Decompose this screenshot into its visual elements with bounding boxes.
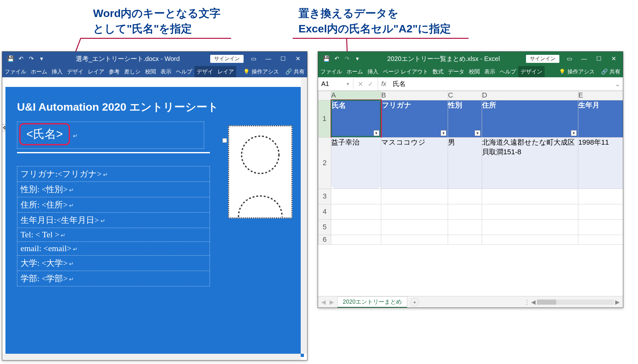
cell-e6[interactable] [578, 235, 623, 244]
tab-insert[interactable]: 挿入 [365, 66, 381, 77]
excel-signin-button[interactable]: サインイン [526, 55, 559, 63]
cell-d6[interactable] [482, 235, 578, 244]
tab-help[interactable]: ヘルプ [497, 66, 518, 77]
tell-me-label[interactable]: 操作アシス [567, 68, 595, 75]
tell-me-icon[interactable]: 💡 [243, 69, 250, 75]
cell-b4[interactable] [381, 204, 448, 219]
cell-a5[interactable] [331, 219, 381, 235]
tab-file[interactable]: ファイル [318, 66, 344, 77]
share-button[interactable]: 🔗 共有 [285, 68, 305, 75]
cell-d4[interactable] [482, 204, 578, 219]
sheet-nav-next-icon[interactable]: ▶ [330, 299, 334, 306]
tab-review[interactable]: 校閲 [467, 66, 482, 77]
sheet-nav-prev-icon[interactable]: ◀ [321, 299, 326, 306]
formula-input[interactable]: 氏名 [390, 80, 612, 88]
save-icon[interactable]: 💾 [7, 55, 14, 62]
tab-home[interactable]: ホーム [344, 66, 365, 77]
tab-design[interactable]: デザイ [65, 66, 86, 77]
header-birthdate[interactable]: 生年月 [578, 100, 623, 137]
horizontal-scroll[interactable]: ⋮ ◀ ▶ [422, 299, 620, 306]
header-address[interactable]: 住所 ▼ [482, 100, 578, 137]
tab-mailings[interactable]: 差しシ [122, 66, 143, 77]
tell-me-label[interactable]: 操作アシス [252, 68, 279, 75]
cell-c2[interactable]: 男 [448, 137, 482, 189]
tab-view[interactable]: 表示 [482, 66, 497, 77]
table-resize-handle[interactable] [222, 138, 227, 143]
tab-table-layout[interactable]: レイア [215, 66, 236, 77]
name-box[interactable]: A1 ▼ [318, 79, 353, 89]
fx-icon[interactable]: fx [378, 80, 390, 88]
close-icon[interactable]: ✕ [606, 52, 621, 66]
tab-page-layout[interactable]: ページ レイアウト [381, 66, 430, 77]
row-header-3[interactable]: 3 [318, 189, 331, 204]
cell-b2[interactable]: マスココウジ [381, 137, 448, 189]
tab-data[interactable]: データ [446, 66, 467, 77]
col-header-a[interactable]: A [331, 91, 381, 100]
maximize-icon[interactable]: ☐ [591, 52, 606, 66]
scroll-thumb[interactable] [537, 300, 556, 305]
field-university[interactable]: 大学: <大学>↵ [17, 256, 210, 271]
col-header-d[interactable]: D [482, 91, 578, 100]
cell-c6[interactable] [448, 235, 482, 244]
field-email[interactable]: email: <email>↵ [17, 242, 210, 256]
cell-c5[interactable] [448, 219, 482, 235]
close-icon[interactable]: ✕ [290, 52, 305, 66]
header-furigana[interactable]: フリガナ ▼ [381, 100, 448, 137]
select-all-button[interactable] [318, 91, 331, 100]
scroll-right-icon[interactable]: ▶ [615, 299, 620, 306]
scroll-track[interactable] [537, 300, 614, 305]
sheet-tab[interactable]: 2020エントリーまとめ [337, 296, 407, 308]
col-header-b[interactable]: B [381, 91, 448, 100]
scroll-left-icon[interactable]: ◀ [531, 299, 536, 306]
cell-a4[interactable] [331, 204, 381, 219]
cell-d5[interactable] [482, 219, 578, 235]
col-header-e[interactable]: E [578, 91, 623, 100]
row-header-2[interactable]: 2 [318, 137, 331, 189]
cell-e5[interactable] [578, 219, 623, 235]
field-birthdate[interactable]: 生年月日:<生年月日>↵ [17, 213, 210, 228]
filter-icon[interactable]: ▼ [374, 130, 379, 136]
vertical-scrollbar[interactable] [301, 77, 307, 354]
excel-grid[interactable]: A B C D E 1 氏名 ▼ フリガナ ▼ 性別 ▼ [318, 91, 623, 296]
share-button[interactable]: 🔗 共有 [601, 68, 620, 75]
cell-d2[interactable]: 北海道久遠郡せたな町大成区貝取澗151-8 [482, 137, 578, 189]
col-header-c[interactable]: C [448, 91, 482, 100]
cell-a2[interactable]: 益子幸治 [331, 137, 381, 189]
filter-icon[interactable]: ▼ [441, 130, 446, 136]
ribbon-display-icon[interactable]: ▭ [246, 52, 261, 66]
horizontal-scrollbar[interactable] [2, 354, 301, 360]
word-signin-button[interactable]: サインイン [210, 55, 244, 63]
tab-insert[interactable]: 挿入 [49, 66, 65, 77]
minimize-icon[interactable]: — [577, 52, 591, 66]
undo-icon[interactable]: ↶ [333, 55, 340, 62]
cell-b3[interactable] [381, 189, 448, 204]
photo-placeholder[interactable] [228, 125, 292, 218]
word-document-area[interactable]: ✥ U&I Automation 2020 エントリーシート <氏名> ↵ フリ… [2, 77, 307, 360]
cell-e3[interactable] [578, 189, 623, 204]
tab-file[interactable]: ファイル [2, 66, 29, 77]
cell-a3[interactable] [331, 189, 381, 204]
word-fields-table[interactable]: フリガナ:<フリガナ>↵ 性別: <性別>↵ 住所: <住所>↵ 生年月日:<生… [17, 166, 210, 286]
cell-e4[interactable] [578, 204, 623, 219]
enter-formula-icon[interactable]: ✓ [368, 80, 373, 88]
qat-customize-icon[interactable]: ▾ [38, 55, 45, 62]
cancel-formula-icon[interactable]: ✕ [358, 80, 363, 88]
field-address[interactable]: 住所: <住所>↵ [17, 197, 210, 213]
undo-icon[interactable]: ↶ [18, 55, 24, 62]
minimize-icon[interactable]: — [261, 52, 276, 66]
new-sheet-button[interactable]: ＋ [410, 298, 419, 306]
cell-a6[interactable] [331, 235, 381, 244]
cell-b5[interactable] [381, 219, 448, 235]
cell-c4[interactable] [448, 204, 482, 219]
row-header-1[interactable]: 1 [318, 100, 331, 137]
filter-icon[interactable]: ▼ [475, 130, 480, 136]
filter-icon[interactable]: ▼ [571, 130, 577, 136]
tab-view[interactable]: 表示 [158, 66, 174, 77]
save-icon[interactable]: 💾 [323, 55, 330, 62]
tab-review[interactable]: 校閲 [143, 66, 158, 77]
tab-table-design[interactable]: デザイン [518, 66, 545, 77]
shimei-cell[interactable]: <氏名> ↵ [17, 122, 204, 149]
field-faculty[interactable]: 学部: <学部>↵ [17, 271, 210, 286]
cell-c3[interactable] [448, 189, 482, 204]
qat-customize-icon[interactable]: ▾ [354, 55, 360, 62]
